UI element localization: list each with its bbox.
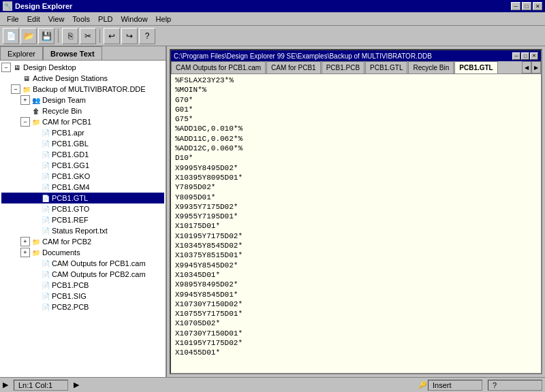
menu-item-pld[interactable]: PLD [94,14,116,24]
menu-item-help[interactable]: Help [152,14,176,24]
tree-file-icon: 📄 [41,215,50,225]
tree-item-pcb1-ref[interactable]: 📄PCB1.REF [1,214,164,225]
menu-item-file[interactable]: File [3,14,23,24]
doc-maximize[interactable]: □ [521,52,529,60]
text-line: %FSLAX23Y23*% [175,76,537,85]
toolbar-undo-button[interactable]: ↩ [104,28,120,44]
menu-item-window[interactable]: Window [116,14,151,24]
tree-item-cam-outputs-pcb2[interactable]: 📄CAM Outputs for PCB2.cam [1,269,164,280]
left-panel: Explorer Browse Text −🖥Design Desktop🖥Ac… [0,46,167,377]
text-line: X9895Y8495D02* [175,280,537,289]
toolbar-separator [58,29,59,43]
text-line: X10730Y7150D01* [175,329,537,338]
doc-minimize[interactable]: ─ [512,52,520,60]
doc-tab-pcb1-gtl[interactable]: PCB1.GTL [365,61,407,74]
tree-file-icon: 📄 [41,291,50,301]
tree-item-label: CAM for PCB2 [42,238,91,246]
tree-file-icon: 🖥 [22,74,31,83]
toolbar-cut-button[interactable]: ✂ [80,28,96,44]
tree-item-pcb2-pcb[interactable]: 📄PCB2.PCB [1,301,164,312]
tree-item-pcb1-gto[interactable]: 📄PCB1.GTO [1,203,164,214]
text-line: X10705D02* [175,318,537,328]
tree-file-icon: 📄 [41,204,50,214]
text-content[interactable]: %FSLAX23Y23*%%MOIN*%G70*G01*G75*%ADD10C,… [171,74,541,373]
tab-browse-text[interactable]: Browse Text [43,46,102,60]
tab-explorer[interactable]: Explorer [0,46,43,60]
minimize-button[interactable]: ─ [511,2,520,10]
tree-file-icon: 📄 [41,280,50,290]
tree-file-icon: 📄 [41,226,50,235]
tree-item-documents[interactable]: +📁Documents [1,247,164,258]
doc-tab-scroll-right[interactable]: ▶ [531,61,541,74]
toolbar-open-button[interactable]: 📂 [20,28,37,44]
tree-item-label: Documents [42,248,80,257]
tree-root[interactable]: −🖥Design Desktop [1,62,164,73]
tree-expander[interactable]: − [11,84,20,94]
doc-close[interactable]: ✕ [530,52,538,60]
toolbar-help-button[interactable]: ? [139,28,155,44]
tree-expander[interactable]: + [20,248,30,257]
text-line: X9945Y8545D02* [175,261,537,270]
doc-tab-recycle-bin[interactable]: Recycle Bin [408,61,454,74]
tree-item-pcb1-gtl[interactable]: 📄PCB1.GTL [1,193,164,203]
text-line: X10175D01* [175,221,537,231]
text-line: X10195Y7175D02* [175,338,537,348]
text-line: X10755Y7175D01* [175,309,537,318]
tree-expander[interactable]: − [20,117,30,127]
tree-view[interactable]: −🖥Design Desktop🖥Active Design Stations−… [0,61,166,377]
tree-item-cam-for-pcb2[interactable]: +📁CAM for PCB2 [1,236,164,247]
toolbar-redo-button[interactable]: ↪ [121,28,138,44]
doc-tab-cam-outputs[interactable]: CAM Outputs for PCB1.cam [171,61,266,74]
text-line: %MOIN*% [175,85,537,95]
tree-file-icon: 📁 [22,84,31,94]
tree-item-label: Recycle Bin [42,107,82,115]
tree-expander: − [1,63,11,72]
text-line: X10395Y8095D01* [175,173,537,182]
text-line: X10730Y7150D02* [175,299,537,309]
doc-tab-scroll-left[interactable]: ◀ [522,61,531,74]
app-title: Design Explorer [15,2,72,10]
tree-item-pcb1-pcb2[interactable]: 📄PCB1.PCB [1,280,164,291]
tree-expander[interactable]: + [20,95,30,105]
tree-item-cam-outputs-pcb1[interactable]: 📄CAM Outputs for PCB1.cam [1,258,164,269]
tree-item-active-stations[interactable]: 🖥Active Design Stations [1,73,164,84]
tree-expander[interactable]: + [20,237,30,246]
tree-item-label: PCB1.apr [52,129,84,137]
tree-item-pcb1-gbl[interactable]: 📄PCB1.GBL [1,138,164,149]
toolbar-copy-button[interactable]: ⎘ [62,28,78,44]
tree-item-pcb1-apr[interactable]: 📄PCB1.apr [1,127,164,138]
tree-item-status-report[interactable]: 📄Status Report.txt [1,225,164,236]
right-panel: C:\Program Files\Design Explorer 99 SE\E… [167,46,545,377]
menu-item-view[interactable]: View [44,14,69,24]
text-line: G01* [175,105,537,114]
tree-item-pcb1-gko[interactable]: 📄PCB1.GKO [1,171,164,182]
app-icon: 🔧 [3,1,12,11]
tree-item-cam-for-pcb1[interactable]: −📁CAM for PCB1 [1,116,164,127]
tree-item-pcb1-gm4[interactable]: 📄PCB1.GM4 [1,182,164,193]
menu-item-tools[interactable]: Tools [68,14,94,24]
tree-item-pcb1-gd1[interactable]: 📄PCB1.GD1 [1,149,164,160]
tree-item-multivibrator[interactable]: −📁Backup of MULTIVIBRATOR.DDE [1,84,164,95]
tree-item-label: PCB1.PCB [52,281,89,289]
doc-tab-pcb1-gtl-active[interactable]: PCB1.GTL [454,61,497,74]
text-line: X9995Y8495D02* [175,163,537,173]
doc-tabs: CAM Outputs for PCB1.camCAM for PCB1PCB1… [171,61,541,74]
tree-item-design-team[interactable]: +👥Design Team [1,95,164,105]
tree-item-recycle-bin[interactable]: 🗑Recycle Bin [1,105,164,116]
tree-item-pcb1-sig[interactable]: 📄PCB1.SIG [1,291,164,301]
maximize-button[interactable]: □ [522,2,531,10]
tree-item-pcb1-gg1[interactable]: 📄PCB1.GG1 [1,160,164,171]
panel-tabs: Explorer Browse Text [0,46,166,61]
tree-file-icon: 🗑 [31,106,41,116]
close-button[interactable]: ✕ [533,2,542,10]
tree-file-icon: 📄 [41,172,50,181]
status-bar: ▶ Ln:1 Col:1 ▶ 🔑 Insert ? [0,377,545,392]
toolbar-new-button[interactable]: 📄 [3,28,19,44]
menu-item-edit[interactable]: Edit [23,14,44,24]
toolbar-save-button[interactable]: 💾 [38,28,54,44]
tree-file-icon: 📁 [31,117,41,127]
doc-tab-pcb1-pcb[interactable]: PCB1.PCB [322,61,364,74]
doc-tab-cam-pcb1[interactable]: CAM for PCB1 [266,61,321,74]
text-line: G70* [175,95,537,105]
status-help[interactable]: ? [488,380,542,391]
